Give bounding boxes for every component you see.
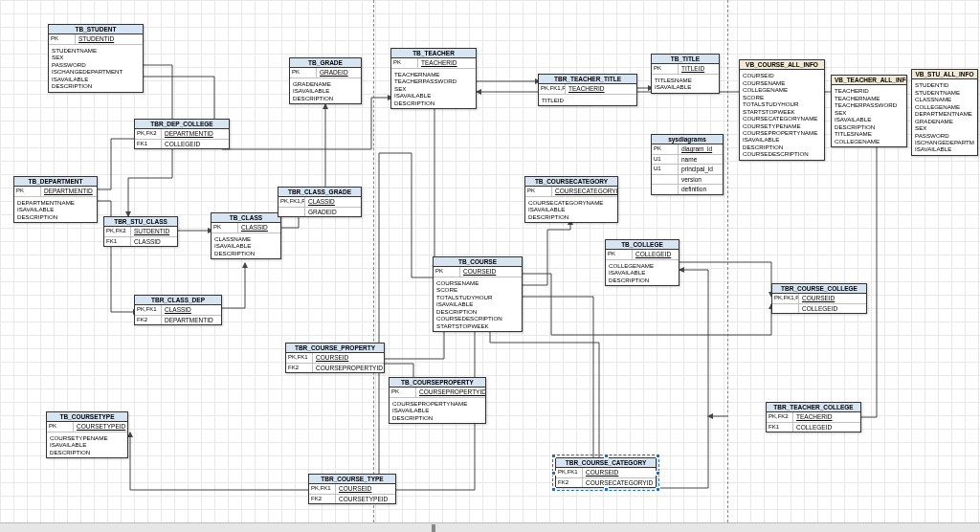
entity-tb_department[interactable]: TB_DEPARTMENTPKDEPARTMENTIDDEPARTMENTNAM… xyxy=(13,176,98,223)
key-field: version xyxy=(679,175,723,184)
entity-title[interactable]: TBR_COURSE_PROPERTY xyxy=(286,344,384,353)
entity-tb_courseproperty[interactable]: TB_COURSEPROPERTYPKCOURSEPROPERTYIDCOURS… xyxy=(389,377,486,424)
entity-title[interactable]: TBR_TEACHER_COLLEGE xyxy=(767,403,860,412)
entity-attr: TEACHERPASSWORD xyxy=(835,101,903,108)
entity-title[interactable]: VB_TEACHER_ALL_INFO xyxy=(832,76,906,85)
entity-title[interactable]: VB_COURSE_ALL_INFO xyxy=(740,60,824,70)
entity-tbr_teacher_college[interactable]: TBR_TEACHER_COLLEGEPK,FK2TEACHERIDFK1COL… xyxy=(766,402,861,432)
entity-title[interactable]: TB_COURSETYPE xyxy=(47,412,127,422)
entity-title[interactable]: TB_GRADE xyxy=(290,58,361,68)
entity-sysdiagrams[interactable]: sysdiagramsPKdiagram_idU1nameU1principal… xyxy=(651,134,724,195)
entity-tb_student[interactable]: TB_STUDENTPKSTUDENTIDSTUDENTNAMESEXPASSW… xyxy=(48,24,144,93)
entity-title[interactable]: TBR_COURSE_TYPE xyxy=(309,475,395,484)
entity-tbr_teacher_title[interactable]: TBR_TEACHER_TITLEPK,FK1,FK2TEACHERIDTITL… xyxy=(538,74,637,106)
entity-title[interactable]: TBR_CLASS_DEP xyxy=(135,296,221,305)
key-field: DEPARTMENTID xyxy=(162,129,229,138)
entity-key-row: FK1COLLEGEID xyxy=(135,140,229,148)
key-field: COLLEGEID xyxy=(633,250,679,258)
entity-title[interactable]: TB_TEACHER xyxy=(391,49,476,58)
entity-title[interactable]: TB_CLASS xyxy=(212,213,280,223)
key-indicator: FK2 xyxy=(286,364,313,372)
entity-key-row: PKCOURSEPROPERTYID xyxy=(390,388,485,397)
selection-handle[interactable] xyxy=(656,454,660,458)
entity-tbr_course_type[interactable]: TBR_COURSE_TYPEPK,FK1COURSEIDFK2COURSETY… xyxy=(308,474,396,504)
entity-attr: ISCHANGEDEPARTMENT xyxy=(915,139,974,145)
entity-vb_course_all_info[interactable]: VB_COURSE_ALL_INFOCOURSEIDCOURSENAMECOLL… xyxy=(739,59,825,161)
entity-tbr_dep_college[interactable]: TBR_DEP_COLLEGEPK,FK2DEPARTMENTIDFK1COLL… xyxy=(134,119,230,149)
key-indicator: PK,FK1 xyxy=(556,468,583,477)
entity-tbr_course_property[interactable]: TBR_COURSE_PROPERTYPK,FK1COURSEIDFK2COUR… xyxy=(285,343,385,373)
entity-title[interactable]: TB_COURSEPROPERTY xyxy=(390,378,485,388)
entity-tb_coursetype[interactable]: TB_COURSETYPEPKCOURSETYPEIDCOURSETYPENAM… xyxy=(46,411,128,458)
entity-title[interactable]: TB_DEPARTMENT xyxy=(14,177,97,187)
selection-handle[interactable] xyxy=(656,471,660,476)
entity-vb_teacher_all_info[interactable]: VB_TEACHER_ALL_INFOTEACHERIDTEACHERNAMET… xyxy=(831,75,907,147)
entity-attr: COURSECATEGORYNAME xyxy=(528,199,614,206)
entity-title[interactable]: TBR_COURSE_CATEGORY xyxy=(556,458,656,468)
entity-key-row: GRADEID xyxy=(278,208,361,216)
entity-attrs: COURSENAMESCORETOTALSTUDYHOURISAVAILABLE… xyxy=(434,277,522,331)
entity-vb_stu_all_info[interactable]: VB_STU_ALL_INFOSTUDENTIDSTUDENTNAMECLASS… xyxy=(911,69,978,156)
entity-tb_teacher[interactable]: TB_TEACHERPKTEACHERIDTEACHERNAMETEACHERP… xyxy=(390,48,477,109)
entity-title[interactable]: sysdiagrams xyxy=(652,135,723,144)
entity-title[interactable]: VB_STU_ALL_INFO xyxy=(912,70,977,79)
entity-attrs: TEACHERIDTEACHERNAMETEACHERPASSWORDSEXIS… xyxy=(832,85,906,146)
selection-handle[interactable] xyxy=(656,487,660,492)
key-indicator: U1 xyxy=(652,155,679,164)
entity-attr: ISAVAILABLE xyxy=(436,300,519,307)
entity-key-row: PK,FK1COURSEID xyxy=(286,353,384,363)
entity-title[interactable]: TB_COURSE xyxy=(434,257,522,267)
entity-title[interactable]: TBR_CLASS_GRADE xyxy=(278,188,361,197)
key-indicator: PK,FK1,FK2 xyxy=(539,84,566,93)
selection-handle[interactable] xyxy=(551,487,556,492)
entity-attr: COURSEPROPERTYNAME xyxy=(392,400,482,407)
entity-title[interactable]: TBR_TEACHER_TITLE xyxy=(539,75,636,84)
entity-title[interactable]: TBR_STU_CLASS xyxy=(104,217,177,227)
entity-tbr_stu_class[interactable]: TBR_STU_CLASSPK,FK2SUTDENTIDFK1CLASSID xyxy=(103,216,178,247)
entity-attr: STARTSTOPWEEK xyxy=(436,322,519,329)
entity-tb_college[interactable]: TB_COLLEGEPKCOLLEGEIDCOLLEGENAMEISAVAILA… xyxy=(605,239,679,286)
entity-title[interactable]: TB_COURSECATEGORY xyxy=(525,177,617,187)
entity-attr: COLLEGENAME xyxy=(835,138,903,144)
entity-tb_class[interactable]: TB_CLASSPKCLASSIDCLASSNAMEISAVAILABLEDES… xyxy=(211,212,281,259)
entity-key-row: PK,FK1COURSEID xyxy=(556,468,656,477)
entity-tbr_class_grade[interactable]: TBR_CLASS_GRADEPK,FK1,FK2CLASSIDGRADEID xyxy=(278,187,362,217)
entity-attr: ISCHANGEDEPARTMENT xyxy=(52,68,140,75)
key-field: COURSEPROPERTYID xyxy=(313,364,384,372)
entity-attrs: COURSECATEGORYNAMEISAVAILABLEDESCRIPTION xyxy=(525,197,617,222)
entity-attr: TEACHERPASSWORD xyxy=(394,78,473,84)
selection-handle[interactable] xyxy=(604,454,609,458)
entity-title[interactable]: TB_STUDENT xyxy=(49,25,143,34)
entity-attr: ISAVAILABLE xyxy=(743,136,821,143)
entity-tbr_course_category[interactable]: TBR_COURSE_CATEGORYPK,FK1COURSEIDFK2COUR… xyxy=(555,457,657,488)
entity-tb_coursecategory[interactable]: TB_COURSECATEGORYPKCOURSECATEGORYIDCOURS… xyxy=(524,176,618,223)
entity-attrs: DEPARTMENTNAMEISAVAILABLEDESCRIPTION xyxy=(14,197,97,222)
entity-attr: STUDENTNAME xyxy=(52,47,140,54)
selection-handle[interactable] xyxy=(551,454,556,458)
entity-tb_title[interactable]: TB_TITLEPKTITLEIDTITLESNAMEISAVAILABLE xyxy=(651,54,720,94)
entity-attr: COLLEGENAME xyxy=(743,86,821,93)
scrollbar-thumb[interactable] xyxy=(432,524,435,532)
entity-title[interactable]: TBR_DEP_COLLEGE xyxy=(135,120,229,129)
entity-attr: GRADENAME xyxy=(915,118,974,124)
key-indicator: PK xyxy=(290,68,317,77)
key-indicator: PK,FK2 xyxy=(135,129,162,138)
entity-title[interactable]: TB_TITLE xyxy=(652,55,719,64)
entity-attr: PASSWORD xyxy=(52,61,140,68)
entity-attr: COURSENAME xyxy=(743,79,821,86)
horizontal-scrollbar[interactable] xyxy=(0,522,980,532)
entity-tb_grade[interactable]: TB_GRADEPKGRADEIDGRADENAMEISAVAILABLEDES… xyxy=(289,57,362,104)
selection-handle[interactable] xyxy=(551,471,556,476)
entity-title[interactable]: TB_COLLEGE xyxy=(606,240,679,250)
entity-attr: COURSECATEGORYNAME xyxy=(743,115,821,122)
entity-tb_course[interactable]: TB_COURSEPKCOURSEIDCOURSENAMESCORETOTALS… xyxy=(433,256,523,332)
entity-tbr_course_college[interactable]: TBR_COURSE_COLLEGEPK,FK1,FK2COURSEIDCOLL… xyxy=(771,283,867,314)
key-indicator: PK,FK1 xyxy=(286,353,313,362)
entity-attr: COLLEGENAME xyxy=(915,103,974,110)
entity-tbr_class_dep[interactable]: TBR_CLASS_DEPPK,FK1CLASSIDFK2DEPARTMENTI… xyxy=(134,295,222,325)
key-indicator xyxy=(278,208,305,216)
entity-attr: ISAVAILABLE xyxy=(609,269,676,276)
entity-title[interactable]: TBR_COURSE_COLLEGE xyxy=(772,284,866,294)
selection-handle[interactable] xyxy=(604,487,609,492)
entity-attr: COURSEDESCRIPTION xyxy=(436,315,519,321)
